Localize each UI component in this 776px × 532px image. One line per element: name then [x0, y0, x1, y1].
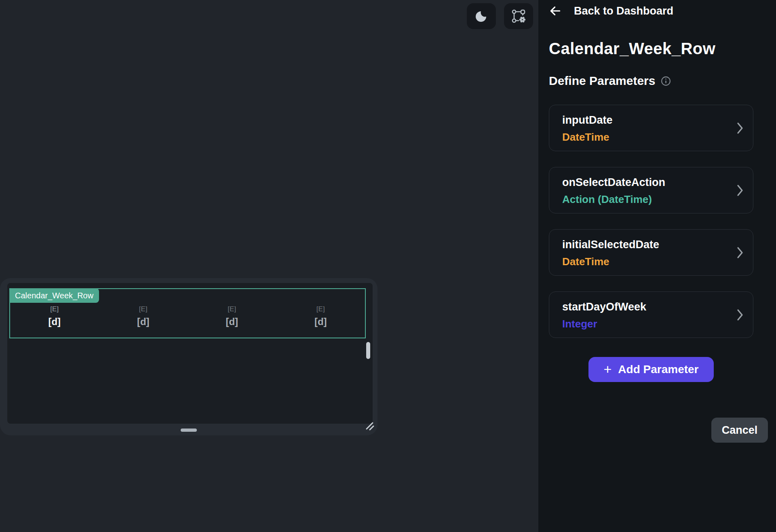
calendar-day-cell: [E] [d]: [99, 305, 188, 327]
calendar-week-columns: [E] [d] [E] [d] [E] [d] [E] [d]: [10, 305, 365, 327]
info-icon[interactable]: [661, 76, 671, 86]
parameter-name: initialSelectedDate: [562, 239, 659, 251]
theme-toggle-button[interactable]: [467, 3, 496, 29]
day-placeholder: [d]: [276, 316, 365, 327]
parameter-type: DateTime: [562, 131, 609, 144]
parameter-card-initialSelectedDate[interactable]: initialSelectedDate DateTime: [549, 229, 753, 276]
parameter-type: DateTime: [562, 255, 609, 268]
add-parameter-button[interactable]: + Add Parameter: [588, 357, 714, 382]
parameters-panel: Back to Dashboard Calendar_Week_Row Defi…: [538, 0, 776, 532]
chevron-right-icon: [736, 246, 744, 259]
back-to-dashboard-link[interactable]: Back to Dashboard: [574, 5, 673, 17]
parameter-type: Integer: [562, 318, 597, 330]
chevron-right-icon: [736, 122, 744, 135]
parameter-card-startDayOfWeek[interactable]: startDayOfWeek Integer: [549, 291, 753, 338]
panel-header: Back to Dashboard: [549, 2, 753, 19]
component-settings-button[interactable]: [504, 3, 533, 29]
element-placeholder: [E]: [10, 305, 99, 313]
section-title: Define Parameters: [549, 74, 655, 88]
parameter-type: Action (DateTime): [562, 193, 652, 206]
parameter-card-onSelectDateAction[interactable]: onSelectDateAction Action (DateTime): [549, 167, 753, 213]
cancel-button[interactable]: Cancel: [711, 418, 768, 443]
device-preview-frame: Calendar_Week_Row [E] [d] [E] [d] [E] [d…: [0, 278, 377, 435]
calendar-day-cell: [E] [d]: [10, 305, 99, 327]
day-placeholder: [d]: [99, 316, 188, 327]
chevron-right-icon: [736, 184, 744, 197]
element-placeholder: [E]: [276, 305, 365, 313]
day-placeholder: [d]: [10, 316, 99, 327]
screen-scrollbar-thumb[interactable]: [366, 342, 370, 359]
device-screen: Calendar_Week_Row [E] [d] [E] [d] [E] [d…: [7, 283, 373, 424]
element-placeholder: [E]: [99, 305, 188, 313]
back-arrow-icon[interactable]: [549, 4, 562, 17]
plus-icon: +: [603, 362, 612, 376]
moon-icon: [474, 8, 489, 24]
parameter-name: inputDate: [562, 114, 613, 127]
parameter-name: onSelectDateAction: [562, 176, 665, 189]
resize-handle-icon[interactable]: [365, 421, 375, 433]
parameter-list: inputDate DateTime onSelectDateAction Ac…: [549, 105, 753, 338]
component-title: Calendar_Week_Row: [549, 40, 753, 58]
calendar-day-cell: [E] [d]: [188, 305, 276, 327]
calendar-day-cell: [E] [d]: [276, 305, 365, 327]
add-parameter-label: Add Parameter: [618, 363, 698, 376]
selection-tag[interactable]: Calendar_Week_Row: [9, 288, 99, 303]
selected-component-calendar-week-row[interactable]: Calendar_Week_Row [E] [d] [E] [d] [E] [d…: [9, 288, 366, 338]
day-placeholder: [d]: [188, 316, 276, 327]
parameter-card-inputDate[interactable]: inputDate DateTime: [549, 105, 753, 151]
chevron-right-icon: [736, 308, 744, 321]
element-placeholder: [E]: [188, 305, 276, 313]
home-indicator-pill: [181, 429, 197, 432]
define-parameters-row: Define Parameters: [549, 74, 753, 88]
editor-canvas: Calendar_Week_Row [E] [d] [E] [d] [E] [d…: [0, 0, 538, 532]
parameter-name: startDayOfWeek: [562, 301, 646, 313]
selection-frame-gear-icon: [511, 8, 526, 24]
